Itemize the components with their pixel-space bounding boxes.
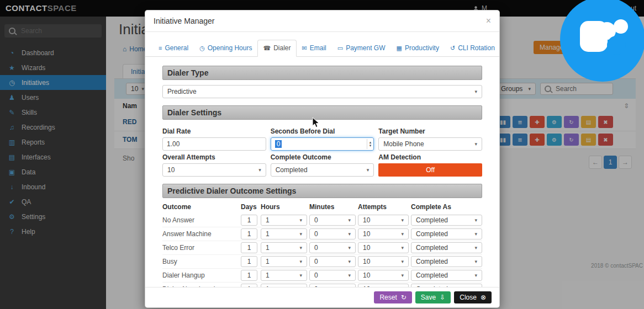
hours-value: 1	[266, 244, 270, 252]
days-column-header: Days	[241, 203, 258, 211]
caret-down-icon: ▾	[299, 245, 302, 251]
dial-rate-input[interactable]	[162, 137, 266, 151]
caret-down-icon: ▾	[299, 231, 302, 237]
complete-outcome-label: Complete Outcome	[271, 153, 374, 161]
complete-as-value: Completed	[416, 271, 448, 279]
dialer-type-value: Predictive	[167, 88, 197, 95]
target-number-select[interactable]: Mobile Phone ▾	[378, 137, 482, 151]
dialer-type-select[interactable]: Predictive ▾	[162, 85, 482, 98]
hours-select[interactable]: 1▾	[261, 270, 307, 281]
attempts-select[interactable]: 10▾	[358, 256, 409, 267]
section-dialer-type: Dialer Type	[162, 66, 482, 80]
days-input[interactable]	[241, 242, 257, 253]
minutes-select[interactable]: 0▾	[309, 256, 356, 267]
attempts-select[interactable]: 10▾	[358, 270, 409, 281]
minutes-value: 0	[314, 258, 318, 265]
complete-as-select[interactable]: Completed▾	[411, 270, 482, 281]
caret-down-icon: ▾	[401, 259, 404, 264]
caret-down-icon: ▾	[348, 217, 351, 223]
hours-select[interactable]: 1▾	[261, 256, 307, 267]
complete-as-select[interactable]: Completed▾	[411, 242, 482, 253]
complete-as-select[interactable]: Completed▾	[411, 256, 482, 267]
tab-payment-gw[interactable]: ▭Payment GW	[332, 40, 391, 57]
tab-dialer[interactable]: ☎Dialer	[257, 40, 296, 57]
sliders-icon: ≡	[159, 45, 162, 51]
minutes-column-header: Minutes	[309, 203, 356, 211]
caret-down-icon: ▾	[299, 273, 302, 278]
hours-select[interactable]: 1▾	[261, 215, 307, 226]
hours-column-header: Hours	[261, 203, 307, 211]
outcome-column-header: Outcome	[162, 203, 239, 211]
close-label: Close	[460, 294, 477, 301]
seconds-before-dial-input[interactable]: 0 ▴ ▾	[271, 137, 374, 151]
tab-cli-rotation[interactable]: ↺CLI Rotation	[445, 40, 500, 57]
reset-label: Reset	[379, 294, 397, 301]
attempts-select[interactable]: 10▾	[358, 228, 409, 239]
hours-select[interactable]: 1▾	[261, 242, 307, 253]
tab-label: Dialer	[273, 44, 291, 52]
outcome-row: Dialer Abandoned 1▾ 0▾ 10▾ Completed▾	[162, 283, 482, 287]
days-input[interactable]	[241, 256, 257, 267]
app-window: CONTACTSPACE M Logout ◔Dashboard ★Wizard…	[0, 0, 644, 309]
caret-down-icon: ▾	[474, 231, 477, 237]
hours-value: 1	[266, 216, 270, 224]
attempts-select[interactable]: 10▾	[358, 242, 409, 253]
initiative-manager-modal: Initiative Manager × ≡General ◷Opening H…	[145, 10, 500, 308]
close-circle-icon: ⊗	[481, 294, 486, 301]
download-icon: ⇩	[440, 294, 445, 301]
modal-header: Initiative Manager ×	[145, 10, 499, 32]
minutes-select[interactable]: 0▾	[309, 228, 356, 239]
tab-productivity[interactable]: ▦Productivity	[391, 40, 445, 57]
minutes-select[interactable]: 0▾	[309, 242, 356, 253]
target-number-label: Target Number	[378, 127, 482, 135]
overall-attempts-select[interactable]: 10 ▾	[162, 163, 266, 177]
save-button[interactable]: Save ⇩	[415, 291, 451, 303]
days-input[interactable]	[241, 228, 257, 239]
complete-outcome-select[interactable]: Completed ▾	[271, 163, 374, 177]
caret-down-icon: ▾	[474, 217, 477, 223]
close-button[interactable]: Close ⊗	[454, 291, 492, 303]
mouse-cursor	[312, 117, 320, 128]
spinner-down-icon[interactable]: ▾	[369, 144, 372, 147]
caret-down-icon: ▾	[401, 217, 404, 223]
target-number-value: Mobile Phone	[383, 140, 424, 148]
phone-icon: ☎	[263, 45, 271, 52]
attempts-select[interactable]: 10▾	[358, 215, 409, 226]
hours-select[interactable]: 1▾	[261, 228, 307, 239]
overall-attempts-value: 10	[167, 166, 175, 174]
minutes-value: 0	[314, 271, 318, 279]
complete-as-value: Completed	[416, 258, 448, 265]
modal-tabs: ≡General ◷Opening Hours ☎Dialer ✉Email ▭…	[145, 32, 499, 57]
caret-down-icon: ▾	[348, 259, 351, 264]
tab-email[interactable]: ✉Email	[297, 40, 332, 57]
caret-down-icon: ▾	[299, 259, 302, 264]
dial-rate-label: Dial Rate	[162, 127, 266, 135]
tab-opening-hours[interactable]: ◷Opening Hours	[194, 40, 257, 57]
minutes-select[interactable]: 0▾	[309, 215, 356, 226]
attempts-value: 10	[363, 258, 370, 265]
overall-attempts-label: Overall Attempts	[162, 153, 266, 161]
days-input[interactable]	[241, 215, 257, 226]
outcome-row: No Answer 1▾ 0▾ 10▾ Completed▾	[162, 214, 482, 227]
hours-value: 1	[266, 258, 270, 265]
minutes-value: 0	[314, 230, 318, 238]
contactspace-logo-icon	[560, 0, 644, 82]
caret-down-icon: ▾	[348, 231, 351, 237]
calendar-icon: ▦	[397, 45, 402, 52]
am-detection-toggle[interactable]: Off	[378, 163, 482, 177]
reset-button[interactable]: Reset ↻	[374, 291, 411, 303]
caret-down-icon: ▾	[474, 141, 477, 147]
complete-as-value: Completed	[416, 230, 448, 238]
clock-icon: ◷	[199, 45, 205, 52]
tab-general[interactable]: ≡General	[153, 40, 194, 57]
outcome-name: Dialer Hangup	[162, 271, 239, 279]
days-input[interactable]	[241, 270, 257, 281]
number-spinner[interactable]: ▴ ▾	[367, 139, 372, 149]
complete-as-select[interactable]: Completed▾	[411, 228, 482, 239]
complete-as-select[interactable]: Completed▾	[411, 215, 482, 226]
complete-outcome-value: Completed	[276, 166, 308, 174]
minutes-select[interactable]: 0▾	[309, 270, 356, 281]
seconds-before-dial-label: Seconds Before Dial	[271, 127, 374, 135]
close-icon[interactable]: ×	[486, 17, 491, 25]
caret-down-icon: ▾	[367, 167, 369, 173]
